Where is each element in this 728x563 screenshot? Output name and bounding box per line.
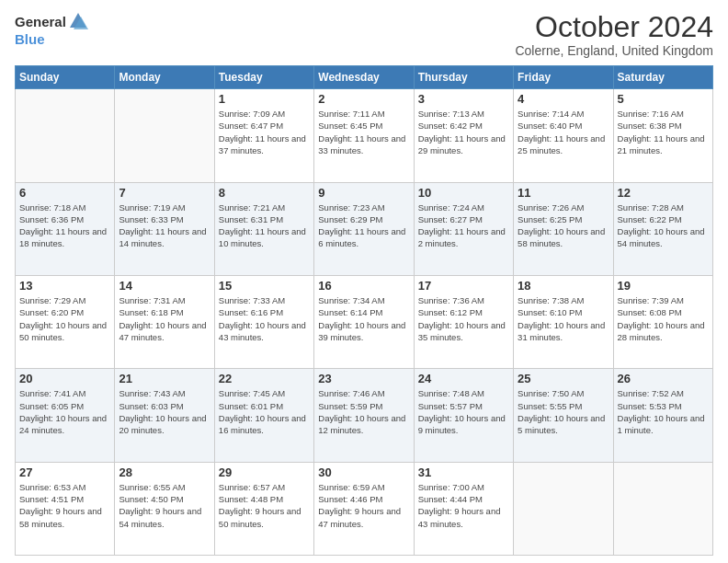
day-info: Sunrise: 7:43 AM Sunset: 6:03 PM Dayligh… xyxy=(119,387,210,436)
logo-text-general: General xyxy=(15,15,66,29)
day-info: Sunrise: 7:52 AM Sunset: 5:53 PM Dayligh… xyxy=(618,387,709,436)
table-row: 29Sunrise: 6:57 AM Sunset: 4:48 PM Dayli… xyxy=(214,462,313,555)
table-row: 3Sunrise: 7:13 AM Sunset: 6:42 PM Daylig… xyxy=(414,89,513,182)
day-number: 26 xyxy=(618,372,709,385)
header-row: Sunday Monday Tuesday Wednesday Thursday… xyxy=(16,66,713,89)
day-number: 17 xyxy=(418,279,509,293)
day-info: Sunrise: 7:46 AM Sunset: 5:59 PM Dayligh… xyxy=(318,387,409,436)
day-info: Sunrise: 7:11 AM Sunset: 6:45 PM Dayligh… xyxy=(318,108,409,156)
table-row: 17Sunrise: 7:36 AM Sunset: 6:12 PM Dayli… xyxy=(414,275,513,368)
table-row: 15Sunrise: 7:33 AM Sunset: 6:16 PM Dayli… xyxy=(214,275,313,368)
day-number: 13 xyxy=(19,279,110,293)
day-info: Sunrise: 7:33 AM Sunset: 6:16 PM Dayligh… xyxy=(219,294,310,343)
main-title: October 2024 xyxy=(515,11,713,43)
table-row: 13Sunrise: 7:29 AM Sunset: 6:20 PM Dayli… xyxy=(16,275,115,368)
day-info: Sunrise: 7:29 AM Sunset: 6:20 PM Dayligh… xyxy=(19,294,110,343)
day-number: 9 xyxy=(318,186,409,200)
table-row: 8Sunrise: 7:21 AM Sunset: 6:31 PM Daylig… xyxy=(214,182,313,275)
table-row: 23Sunrise: 7:46 AM Sunset: 5:59 PM Dayli… xyxy=(314,369,414,462)
day-number: 28 xyxy=(119,465,210,479)
calendar-table: Sunday Monday Tuesday Wednesday Thursday… xyxy=(15,65,713,556)
day-info: Sunrise: 7:00 AM Sunset: 4:44 PM Dayligh… xyxy=(418,481,509,530)
table-row: 10Sunrise: 7:24 AM Sunset: 6:27 PM Dayli… xyxy=(414,182,513,275)
table-row: 22Sunrise: 7:45 AM Sunset: 6:01 PM Dayli… xyxy=(214,369,313,462)
day-number: 6 xyxy=(19,186,110,200)
page: General Blue October 2024 Colerne, Engla… xyxy=(0,0,728,563)
table-row: 12Sunrise: 7:28 AM Sunset: 6:22 PM Dayli… xyxy=(613,182,712,275)
day-number: 25 xyxy=(518,372,609,385)
col-thursday: Thursday xyxy=(414,66,513,89)
day-number: 20 xyxy=(19,372,110,385)
day-info: Sunrise: 7:45 AM Sunset: 6:01 PM Dayligh… xyxy=(219,387,310,436)
table-row: 7Sunrise: 7:19 AM Sunset: 6:33 PM Daylig… xyxy=(115,182,214,275)
table-row: 1Sunrise: 7:09 AM Sunset: 6:47 PM Daylig… xyxy=(214,89,313,182)
day-info: Sunrise: 7:48 AM Sunset: 5:57 PM Dayligh… xyxy=(418,387,509,436)
table-row: 9Sunrise: 7:23 AM Sunset: 6:29 PM Daylig… xyxy=(314,182,414,275)
day-number: 23 xyxy=(318,372,409,385)
day-number: 24 xyxy=(418,372,509,385)
day-info: Sunrise: 7:14 AM Sunset: 6:40 PM Dayligh… xyxy=(518,108,609,156)
table-row: 5Sunrise: 7:16 AM Sunset: 6:38 PM Daylig… xyxy=(613,89,712,182)
day-number: 18 xyxy=(518,279,609,293)
table-row: 25Sunrise: 7:50 AM Sunset: 5:55 PM Dayli… xyxy=(514,369,613,462)
day-info: Sunrise: 7:26 AM Sunset: 6:25 PM Dayligh… xyxy=(518,201,609,250)
day-info: Sunrise: 7:36 AM Sunset: 6:12 PM Dayligh… xyxy=(418,294,509,343)
day-info: Sunrise: 7:16 AM Sunset: 6:38 PM Dayligh… xyxy=(618,108,709,156)
table-row: 6Sunrise: 7:18 AM Sunset: 6:36 PM Daylig… xyxy=(16,182,115,275)
day-number: 14 xyxy=(119,279,210,293)
day-info: Sunrise: 7:13 AM Sunset: 6:42 PM Dayligh… xyxy=(418,108,509,156)
table-row: 4Sunrise: 7:14 AM Sunset: 6:40 PM Daylig… xyxy=(514,89,613,182)
col-friday: Friday xyxy=(514,66,613,89)
day-info: Sunrise: 6:57 AM Sunset: 4:48 PM Dayligh… xyxy=(219,481,310,530)
day-info: Sunrise: 6:53 AM Sunset: 4:51 PM Dayligh… xyxy=(19,481,110,530)
day-number: 19 xyxy=(618,279,709,293)
day-info: Sunrise: 7:38 AM Sunset: 6:10 PM Dayligh… xyxy=(518,294,609,343)
table-row xyxy=(115,89,214,182)
day-info: Sunrise: 7:09 AM Sunset: 6:47 PM Dayligh… xyxy=(219,108,310,156)
day-number: 5 xyxy=(618,92,709,106)
day-number: 22 xyxy=(219,372,310,385)
day-info: Sunrise: 7:31 AM Sunset: 6:18 PM Dayligh… xyxy=(119,294,210,343)
day-number: 4 xyxy=(518,92,609,106)
day-number: 29 xyxy=(219,465,310,479)
day-number: 16 xyxy=(318,279,409,293)
table-row: 27Sunrise: 6:53 AM Sunset: 4:51 PM Dayli… xyxy=(16,462,115,555)
day-info: Sunrise: 7:39 AM Sunset: 6:08 PM Dayligh… xyxy=(618,294,709,343)
day-number: 31 xyxy=(418,465,509,479)
day-info: Sunrise: 7:34 AM Sunset: 6:14 PM Dayligh… xyxy=(318,294,409,343)
day-info: Sunrise: 7:18 AM Sunset: 6:36 PM Dayligh… xyxy=(19,201,110,250)
title-block: October 2024 Colerne, England, United Ki… xyxy=(515,11,713,58)
table-row xyxy=(613,462,712,555)
table-row: 31Sunrise: 7:00 AM Sunset: 4:44 PM Dayli… xyxy=(414,462,513,555)
day-info: Sunrise: 7:23 AM Sunset: 6:29 PM Dayligh… xyxy=(318,201,409,250)
day-number: 8 xyxy=(219,186,310,200)
day-number: 7 xyxy=(119,186,210,200)
day-number: 10 xyxy=(418,186,509,200)
logo-text-blue: Blue xyxy=(15,31,45,47)
col-sunday: Sunday xyxy=(16,66,115,89)
day-info: Sunrise: 7:19 AM Sunset: 6:33 PM Dayligh… xyxy=(119,201,210,250)
day-info: Sunrise: 7:28 AM Sunset: 6:22 PM Dayligh… xyxy=(618,201,709,250)
table-row xyxy=(16,89,115,182)
table-row: 30Sunrise: 6:59 AM Sunset: 4:46 PM Dayli… xyxy=(314,462,414,555)
table-row: 14Sunrise: 7:31 AM Sunset: 6:18 PM Dayli… xyxy=(115,275,214,368)
day-number: 11 xyxy=(518,186,609,200)
table-row: 26Sunrise: 7:52 AM Sunset: 5:53 PM Dayli… xyxy=(613,369,712,462)
table-row: 2Sunrise: 7:11 AM Sunset: 6:45 PM Daylig… xyxy=(314,89,414,182)
col-monday: Monday xyxy=(115,66,214,89)
day-info: Sunrise: 6:55 AM Sunset: 4:50 PM Dayligh… xyxy=(119,481,210,530)
header: General Blue October 2024 Colerne, Engla… xyxy=(15,11,713,58)
table-row: 28Sunrise: 6:55 AM Sunset: 4:50 PM Dayli… xyxy=(115,462,214,555)
table-row: 24Sunrise: 7:48 AM Sunset: 5:57 PM Dayli… xyxy=(414,369,513,462)
col-wednesday: Wednesday xyxy=(314,66,414,89)
table-row: 11Sunrise: 7:26 AM Sunset: 6:25 PM Dayli… xyxy=(514,182,613,275)
logo-icon xyxy=(68,11,88,31)
day-number: 15 xyxy=(219,279,310,293)
day-number: 3 xyxy=(418,92,509,106)
day-info: Sunrise: 6:59 AM Sunset: 4:46 PM Dayligh… xyxy=(318,481,409,530)
table-row: 20Sunrise: 7:41 AM Sunset: 6:05 PM Dayli… xyxy=(16,369,115,462)
subtitle: Colerne, England, United Kingdom xyxy=(515,43,713,58)
table-row: 21Sunrise: 7:43 AM Sunset: 6:03 PM Dayli… xyxy=(115,369,214,462)
day-number: 27 xyxy=(19,465,110,479)
day-number: 1 xyxy=(219,92,310,106)
